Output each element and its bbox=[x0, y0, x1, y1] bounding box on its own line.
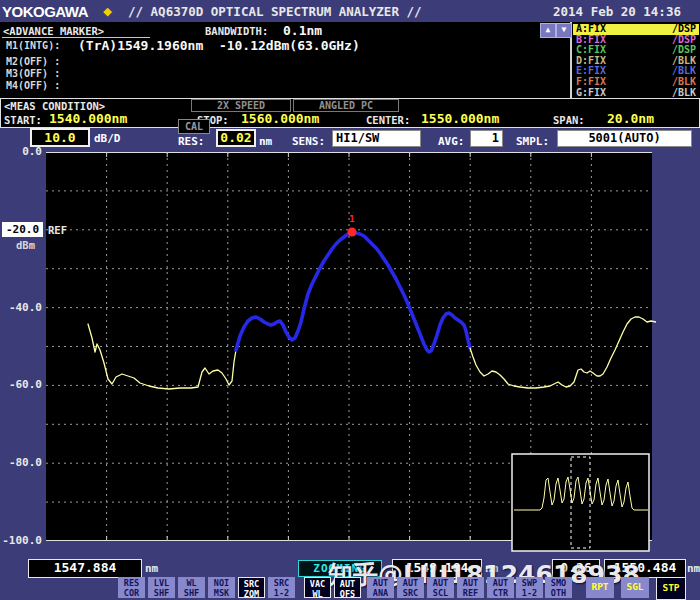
trace-scroll-down-icon[interactable]: ▼ bbox=[556, 23, 572, 38]
ref-level-value: -20.0 bbox=[2, 222, 43, 237]
smpl-value: 5001(AUTO) bbox=[557, 130, 692, 147]
run-button-sgl[interactable]: SGL bbox=[621, 577, 649, 598]
page-title: // AQ6370D OPTICAL SPECTRUM ANALYZER // bbox=[128, 4, 422, 19]
run-button-rpt[interactable]: RPT bbox=[586, 577, 614, 598]
y-axis-label: -100.0 bbox=[0, 534, 42, 547]
meas-field-value: 1540.000nm bbox=[49, 111, 127, 126]
softkey-aut-src[interactable]: AUTSRC bbox=[397, 577, 424, 598]
marker-label: M4(OFF) : bbox=[6, 80, 60, 91]
spectrum-chart: 1 bbox=[46, 152, 656, 556]
level-scale-unit: dB/D bbox=[94, 132, 121, 145]
sens-label: SENS: bbox=[292, 135, 325, 148]
trace-name: C:FIX bbox=[576, 45, 606, 55]
softkey-aut-scl[interactable]: AUTSCL bbox=[427, 577, 454, 598]
trace-name: A:FIX bbox=[576, 24, 606, 34]
sens-value: HI1/SW bbox=[332, 130, 421, 147]
softkey-aut-ofs[interactable]: AUTOFS bbox=[334, 577, 361, 598]
y-axis-label: -40.0 bbox=[0, 301, 42, 314]
trace-name: F:FIX bbox=[576, 77, 606, 87]
avg-label: AVG: bbox=[438, 135, 465, 148]
meas-field-label: CENTER: bbox=[366, 114, 410, 126]
trace-mode: /DSP bbox=[672, 35, 696, 45]
y-axis-label: -80.0 bbox=[0, 456, 42, 469]
softkey-wl-shf[interactable]: WLSHF bbox=[178, 577, 205, 598]
marker-row: M4(OFF) : bbox=[0, 78, 560, 92]
trace-mode: /BLK bbox=[672, 88, 696, 98]
softkey-lvl-shf[interactable]: LVLSHF bbox=[148, 577, 175, 598]
meas-field-value: 20.0nm bbox=[607, 111, 654, 126]
softkey-aut-ctr[interactable]: AUTCTR bbox=[487, 577, 514, 598]
trace-name: E:FIX bbox=[576, 66, 606, 76]
trace-row-g[interactable]: G:FIX/BLK bbox=[573, 88, 699, 99]
zoom-start-wavelength: 1547.884 bbox=[28, 559, 142, 578]
softkey-smo-oth[interactable]: SMOOTH bbox=[545, 577, 572, 598]
y-axis-label: -60.0 bbox=[0, 378, 42, 391]
res-unit: nm bbox=[259, 135, 272, 148]
ref-label: REF bbox=[48, 224, 67, 236]
meas-field-label: START: bbox=[4, 114, 42, 126]
trace-name: G:FIX bbox=[576, 88, 606, 98]
trace-name: B:FIX bbox=[576, 35, 606, 45]
meas-field-value: 1560.000nm bbox=[241, 111, 319, 126]
meas-field-label: SPAN: bbox=[553, 114, 585, 126]
yokogawa-logo: YOKOGAWA bbox=[2, 3, 88, 20]
trace-mode: /BLK bbox=[672, 56, 696, 66]
title-bar: YOKOGAWA ◆ // AQ6370D OPTICAL SPECTRUM A… bbox=[0, 0, 700, 22]
trace-row-f[interactable]: F:FIX/BLK bbox=[573, 77, 699, 88]
peak-marker-dot bbox=[348, 228, 357, 237]
res-label: RES: bbox=[178, 135, 205, 148]
softkey-swp-1-2[interactable]: SWP1-2 bbox=[516, 577, 543, 598]
trace-mode: /BLK bbox=[672, 66, 696, 76]
meas-condition-panel: <MEAS CONDITION> 2X SPEEDANGLED PC START… bbox=[0, 98, 700, 128]
advance-marker-title: <ADVANCE MARKER> bbox=[3, 25, 104, 37]
softkey-src-zom[interactable]: SRCZOM bbox=[238, 577, 265, 598]
marker-row: M1(INTG):(TrA)1549.1960nm -10.12dBm(63.0… bbox=[0, 38, 560, 52]
softkey-aut-ana[interactable]: AUTANA bbox=[367, 577, 394, 598]
trace-scroll-up-icon[interactable]: ▲ bbox=[540, 23, 556, 38]
res-value: 0.02 bbox=[216, 129, 256, 147]
trace-A-left bbox=[88, 324, 236, 389]
marker-label: M1(INTG): bbox=[6, 40, 60, 51]
meas-field-value: 1550.000nm bbox=[421, 111, 499, 126]
softkey-aut-ref[interactable]: AUTREF bbox=[457, 577, 484, 598]
trace-row-a[interactable]: A:FIX/DSP bbox=[573, 24, 699, 35]
osa-screen: YOKOGAWA ◆ // AQ6370D OPTICAL SPECTRUM A… bbox=[0, 0, 700, 600]
trace-mode: /DSP bbox=[672, 24, 696, 34]
run-button-stp[interactable]: STP bbox=[656, 577, 686, 600]
trace-mode: /BLK bbox=[672, 77, 696, 87]
overview-inset-box bbox=[512, 454, 649, 551]
smpl-label: SMPL: bbox=[516, 135, 549, 148]
softkey-res-cor[interactable]: RESCOR bbox=[118, 577, 145, 598]
bandwidth-label: BANDWIDTH: bbox=[205, 25, 268, 37]
softkey-vac-wl[interactable]: VACWL bbox=[304, 577, 331, 598]
advance-marker-panel: <ADVANCE MARKER> BANDWIDTH: 0.1nm M1(INT… bbox=[0, 22, 570, 98]
trace-status-panel: A:FIX/DSPB:FIX/DSPC:FIX/DSPD:FIX/BLKE:FI… bbox=[572, 22, 700, 98]
cal-badge: CAL bbox=[178, 119, 210, 134]
softkey-noi-msk[interactable]: NOIMSK bbox=[208, 577, 235, 598]
softkey-src-1-2[interactable]: SRC1-2 bbox=[268, 577, 295, 598]
zoom-start-unit: nm bbox=[145, 562, 158, 575]
trace-A-zoom-highlight bbox=[236, 233, 470, 352]
yokogawa-diamond-icon: ◆ bbox=[103, 2, 112, 20]
datetime: 2014 Feb 20 14:36 bbox=[553, 4, 681, 19]
avg-value: 1 bbox=[470, 130, 503, 147]
y-axis-unit: dBm bbox=[16, 239, 43, 251]
trace-A-right bbox=[470, 317, 656, 388]
bandwidth-value: 0.1nm bbox=[283, 23, 322, 38]
zoom-stop-unit: nm bbox=[687, 562, 700, 575]
peak-marker-label: 1 bbox=[349, 214, 354, 224]
marker-value: (TrA)1549.1960nm -10.12dBm(63.0GHz) bbox=[78, 38, 360, 53]
trace-mode: /DSP bbox=[672, 45, 696, 55]
y-axis-label: 0.0 bbox=[0, 145, 42, 158]
trace-name: D:FIX bbox=[576, 56, 606, 66]
